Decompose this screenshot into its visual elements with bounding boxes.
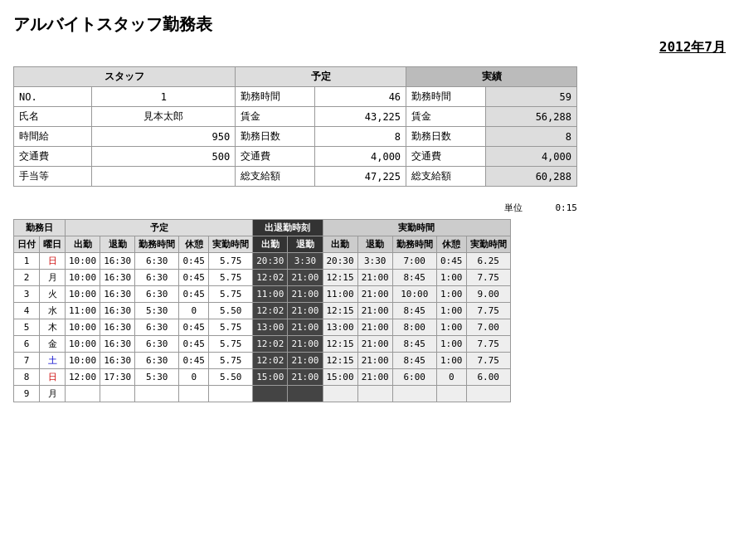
cell: 6.00 bbox=[466, 369, 510, 386]
cell: 10:00 bbox=[66, 270, 100, 286]
sched-workhours-value: 46 bbox=[315, 87, 406, 107]
cell: 13:00 bbox=[323, 319, 357, 336]
no-value: 1 bbox=[92, 87, 236, 107]
sched-wage-value: 43,225 bbox=[315, 107, 406, 127]
cell: 1 bbox=[14, 253, 40, 270]
cell: 16:30 bbox=[100, 336, 135, 353]
act-wage-label: 賃金 bbox=[406, 107, 486, 127]
cell bbox=[436, 386, 466, 402]
cell: 5.75 bbox=[209, 336, 253, 353]
cell: 21:00 bbox=[357, 369, 392, 386]
cell: 21:00 bbox=[357, 270, 392, 286]
cell: 21:00 bbox=[288, 369, 323, 386]
cell: 12:02 bbox=[253, 353, 288, 369]
cell: 4 bbox=[14, 303, 40, 319]
col-yotei: 予定 bbox=[66, 220, 253, 236]
act-transport-label: 交通費 bbox=[406, 147, 486, 167]
table-row: 4水11:0016:305:3005.5012:0221:0012:1521:0… bbox=[14, 303, 511, 319]
cell: 21:00 bbox=[357, 303, 392, 319]
cell: 10:00 bbox=[66, 353, 100, 369]
cell: 10:00 bbox=[392, 286, 436, 303]
sched-days-label: 勤務日数 bbox=[236, 127, 315, 147]
cell: 21:00 bbox=[288, 303, 323, 319]
act-transport-value: 4,000 bbox=[485, 147, 576, 167]
cell: 12:15 bbox=[323, 303, 357, 319]
cell: 7.75 bbox=[466, 336, 510, 353]
act-total-value: 60,288 bbox=[485, 167, 576, 187]
cell: 10:00 bbox=[66, 319, 100, 336]
cell: 6:30 bbox=[135, 336, 179, 353]
sub-sout: 出勤 bbox=[66, 236, 100, 253]
col-kinmubi: 勤務日 bbox=[14, 220, 66, 236]
unit-row: 単位 0:15 bbox=[13, 202, 577, 214]
cell: 11:00 bbox=[253, 286, 288, 303]
sched-days-value: 8 bbox=[315, 127, 406, 147]
hourly-value: 950 bbox=[92, 127, 236, 147]
cell: 5.75 bbox=[209, 253, 253, 270]
hourly-label: 時間給 bbox=[14, 127, 92, 147]
cell: 0:45 bbox=[179, 336, 209, 353]
cell bbox=[100, 386, 135, 402]
cell: 火 bbox=[40, 286, 66, 303]
cell: 10:00 bbox=[66, 286, 100, 303]
cell: 5:30 bbox=[135, 303, 179, 319]
unit-value: 0:15 bbox=[556, 202, 578, 213]
sub-sreal: 実勤時間 bbox=[209, 236, 253, 253]
actual-header: 実績 bbox=[406, 67, 577, 87]
sched-wage-label: 賃金 bbox=[236, 107, 315, 127]
cell bbox=[179, 386, 209, 402]
sub-ain: 退勤 bbox=[288, 236, 323, 253]
cell: 11:00 bbox=[66, 303, 100, 319]
cell: 6:30 bbox=[135, 253, 179, 270]
cell: 月 bbox=[40, 270, 66, 286]
cell: 0:45 bbox=[179, 319, 209, 336]
cell: 1:00 bbox=[436, 270, 466, 286]
cell: 16:30 bbox=[100, 353, 135, 369]
cell: 金 bbox=[40, 336, 66, 353]
cell: 11:00 bbox=[323, 286, 357, 303]
cell: 16:30 bbox=[100, 303, 135, 319]
cell: 16:30 bbox=[100, 270, 135, 286]
cell: 3 bbox=[14, 286, 40, 303]
cell: 20:30 bbox=[253, 253, 288, 270]
sched-total-value: 47,225 bbox=[315, 167, 406, 187]
cell: 12:02 bbox=[253, 270, 288, 286]
cell: 12:00 bbox=[66, 369, 100, 386]
sched-total-label: 総支給額 bbox=[236, 167, 315, 187]
act-workhours-value: 59 bbox=[485, 87, 576, 107]
cell: 7 bbox=[14, 353, 40, 369]
table-row: 8日12:0017:305:3005.5015:0021:0015:0021:0… bbox=[14, 369, 511, 386]
transport-value: 500 bbox=[92, 147, 236, 167]
scheduled-header: 予定 bbox=[236, 67, 406, 87]
cell bbox=[66, 386, 100, 402]
cell: 15:00 bbox=[323, 369, 357, 386]
name-value: 見本太郎 bbox=[92, 107, 236, 127]
cell: 21:00 bbox=[288, 286, 323, 303]
cell: 6:30 bbox=[135, 353, 179, 369]
cell: 6 bbox=[14, 336, 40, 353]
cell: 3:30 bbox=[357, 253, 392, 270]
act-workhours-label: 勤務時間 bbox=[406, 87, 486, 107]
cell: 0:45 bbox=[179, 286, 209, 303]
sub-aout: 出勤 bbox=[253, 236, 288, 253]
cell: 6:30 bbox=[135, 286, 179, 303]
cell: 12:02 bbox=[253, 336, 288, 353]
cell: 21:00 bbox=[288, 353, 323, 369]
cell bbox=[392, 386, 436, 402]
cell: 0:45 bbox=[179, 353, 209, 369]
allowance-label: 手当等 bbox=[14, 167, 92, 187]
cell: 21:00 bbox=[288, 319, 323, 336]
cell bbox=[323, 386, 357, 402]
cell: 6:30 bbox=[135, 270, 179, 286]
act-days-value: 8 bbox=[485, 127, 576, 147]
allowance-value bbox=[92, 167, 236, 187]
table-row: 3火10:0016:306:300:455.7511:0021:0011:002… bbox=[14, 286, 511, 303]
cell: 8:45 bbox=[392, 336, 436, 353]
cell: 13:00 bbox=[253, 319, 288, 336]
cell: 16:30 bbox=[100, 253, 135, 270]
cell: 15:00 bbox=[253, 369, 288, 386]
year-month: 2012年7月 bbox=[13, 39, 726, 56]
cell: 21:00 bbox=[357, 353, 392, 369]
cell: 水 bbox=[40, 303, 66, 319]
sub-areal: 実勤時間 bbox=[466, 236, 510, 253]
